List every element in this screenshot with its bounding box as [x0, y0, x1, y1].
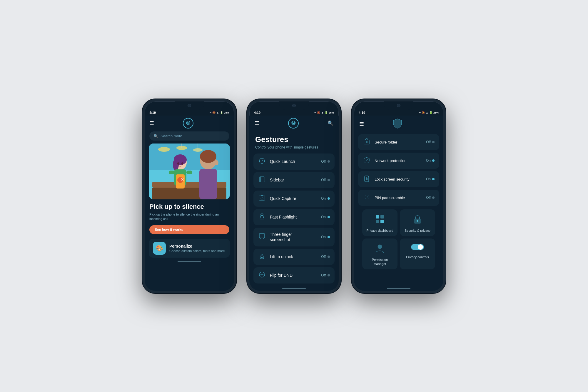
home-bar-2 — [282, 288, 306, 289]
security-privacy-icon — [412, 214, 422, 226]
gesture-name-1: Sidebar — [270, 178, 284, 182]
gestures-subtitle: Control your phone with simple gestures — [255, 145, 333, 149]
nfc-icon-3: N — [419, 111, 421, 114]
menu-icon-1[interactable]: ☰ — [149, 120, 154, 126]
hero-svg: ✕ — [149, 144, 230, 199]
gesture-status-text-1: Off — [321, 178, 326, 182]
svg-point-55 — [417, 220, 418, 222]
feature-desc-1: Pick up the phone to silence the ringer … — [149, 212, 229, 221]
security-status-0: Off — [426, 140, 435, 144]
gesture-status-6: Off — [321, 273, 330, 277]
phone1-wrapper: 4:19 N 🔕 ▲ 🔋 25% ☰ Ⓜ � — [142, 99, 236, 293]
gesture-left-4: Three fingerscreenshot — [258, 232, 292, 242]
gestures-header: Gestures Control your phone with simple … — [249, 130, 339, 152]
phone2-power[interactable] — [340, 143, 341, 160]
gesture-dot-0 — [328, 160, 330, 163]
phone1-screen: ☰ Ⓜ 🔍 Search moto — [145, 116, 234, 291]
phone3-vol-up[interactable] — [352, 137, 352, 147]
svg-point-56 — [378, 245, 382, 249]
gesture-quick-launch[interactable]: Quick Launch Off — [253, 154, 335, 170]
privacy-card-security[interactable]: Security & privacy — [400, 209, 435, 236]
privacy-card-label-3: Privacy controls — [406, 255, 429, 259]
svg-point-12 — [173, 159, 179, 171]
search-icon-2[interactable]: 🔍 — [328, 120, 333, 126]
feature-row-text: Personalize Choose custom colors, fonts … — [169, 244, 225, 253]
personalize-subtitle: Choose custom colors, fonts and more — [169, 249, 225, 253]
gesture-status-0: Off — [321, 159, 330, 164]
security-lock-screen[interactable]: Lock screen security On — [358, 171, 439, 187]
svg-rect-14 — [169, 171, 175, 174]
security-status-text-1: On — [426, 159, 431, 163]
privacy-card-permissions[interactable]: Permission manager — [362, 238, 397, 270]
gesture-flip-dnd[interactable]: Flip for DND Off — [253, 267, 335, 283]
gesture-quick-capture[interactable]: Quick Capture On — [253, 191, 335, 207]
privacy-controls-icon — [411, 243, 424, 253]
secure-folder-icon — [363, 138, 370, 146]
gesture-name-0: Quick Launch — [270, 159, 295, 164]
hero-illustration: ✕ — [149, 144, 230, 199]
gesture-name-2: Quick Capture — [270, 196, 296, 201]
phone3-wrapper: 4:19 N 🔕 ▲ 🔋 25% ☰ — [352, 99, 446, 293]
lift-unlock-icon — [258, 253, 266, 261]
phone3-screen: ☰ — [354, 116, 443, 291]
security-secure-folder[interactable]: Secure folder Off — [358, 134, 439, 150]
gesture-left-1: Sidebar — [258, 176, 284, 184]
security-pin-scramble[interactable]: PIN pad scramble Off — [358, 190, 439, 206]
privacy-card-label-0: Privacy dashboard — [366, 228, 393, 233]
gesture-lift-unlock[interactable]: Lift to unlock Off — [253, 249, 335, 265]
status-time-1: 4:19 — [149, 111, 156, 114]
svg-point-58 — [418, 244, 423, 250]
personalize-icon: 🎨 — [156, 245, 163, 252]
svg-point-24 — [214, 160, 218, 165]
svg-point-40 — [261, 257, 263, 258]
gesture-three-finger[interactable]: Three fingerscreenshot On — [253, 228, 335, 246]
phone3-vol-down[interactable] — [352, 150, 352, 161]
phone3-camera — [397, 104, 400, 107]
security-network-protection[interactable]: Network protection On — [358, 153, 439, 169]
phone2-topbar: ☰ Ⓜ 🔍 — [249, 116, 339, 130]
gesture-status-text-2: On — [321, 196, 326, 201]
search-icon-1: 🔍 — [153, 134, 158, 138]
phone2-vol-up[interactable] — [247, 137, 248, 147]
gesture-status-text-0: Off — [321, 159, 326, 164]
security-status-3: Off — [426, 196, 435, 200]
search-bar-1[interactable]: 🔍 Search moto — [149, 131, 229, 141]
gesture-left-0: Quick Launch — [258, 158, 295, 166]
status-icons-2: N 🔕 ▲ 🔋 25% — [314, 111, 334, 114]
menu-icon-3[interactable]: ☰ — [359, 121, 364, 127]
lock-screen-icon — [363, 175, 370, 183]
phone2-camera — [292, 104, 296, 107]
gesture-status-text-6: Off — [321, 273, 326, 277]
mute-icon-3: 🔕 — [422, 111, 425, 114]
see-how-button[interactable]: See how it works — [149, 225, 229, 234]
security-status-2: On — [426, 177, 435, 181]
power-button[interactable] — [236, 143, 236, 160]
vol-up-button[interactable] — [142, 137, 143, 147]
shield-logo — [392, 118, 403, 131]
privacy-card-controls[interactable]: Privacy controls — [400, 238, 435, 270]
quick-capture-icon — [258, 195, 266, 203]
home-indicator-3 — [354, 286, 443, 291]
status-icons-3: N 🔕 ▲ 🔋 25% — [419, 111, 439, 114]
gestures-title: Gestures — [255, 135, 333, 144]
menu-icon-2[interactable]: ☰ — [255, 120, 259, 126]
gesture-name-4: Three fingerscreenshot — [270, 232, 292, 242]
feature-personalize-row[interactable]: 🎨 Personalize Choose custom colors, font… — [149, 239, 230, 258]
security-name-0: Secure folder — [375, 140, 397, 144]
security-status-text-3: Off — [426, 196, 431, 200]
hero-card-1: ✕ — [149, 144, 230, 199]
gesture-dot-5 — [328, 256, 330, 258]
gesture-dot-6 — [328, 274, 330, 276]
privacy-card-dashboard[interactable]: Privacy dashboard — [362, 209, 397, 236]
phone2-vol-down[interactable] — [247, 150, 248, 161]
personalize-title: Personalize — [169, 244, 225, 248]
svg-rect-51 — [380, 215, 384, 218]
gesture-fast-flashlight[interactable]: Fast Flashlight On — [253, 209, 335, 225]
svg-rect-15 — [186, 171, 192, 174]
svg-rect-52 — [376, 220, 379, 223]
gesture-sidebar[interactable]: Sidebar Off — [253, 172, 335, 188]
feature-title-1: Pick up to silence — [149, 203, 229, 211]
vol-down-button[interactable] — [142, 150, 143, 161]
phone3-power[interactable] — [445, 143, 446, 160]
phone2-screen: ☰ Ⓜ 🔍 Gestures Control your phone with s… — [249, 116, 339, 291]
